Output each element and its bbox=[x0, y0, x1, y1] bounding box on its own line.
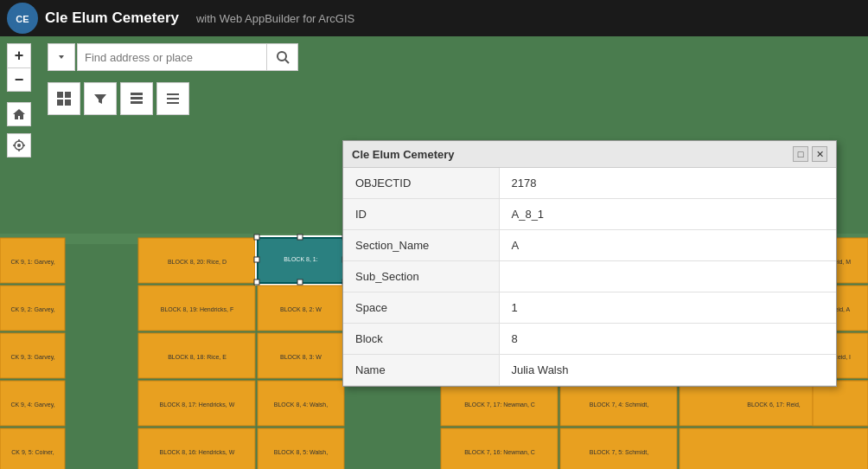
field-label: Section_Name bbox=[343, 230, 499, 261]
table-button[interactable] bbox=[120, 82, 153, 115]
svg-rect-29 bbox=[254, 234, 259, 240]
app-title: Cle Elum Cemetery bbox=[45, 10, 179, 27]
svg-rect-76 bbox=[131, 101, 143, 104]
field-value: 1 bbox=[499, 292, 836, 324]
app-subtitle: with Web AppBuilder for ArcGIS bbox=[196, 12, 354, 25]
app-logo: CE bbox=[7, 3, 38, 34]
table-row: IDA_8_1 bbox=[343, 199, 836, 230]
locate-button[interactable] bbox=[7, 133, 31, 157]
dropdown-button[interactable] bbox=[48, 43, 75, 71]
field-value: 8 bbox=[499, 324, 836, 355]
maximize-button[interactable]: □ bbox=[793, 146, 808, 162]
svg-text:BLOCK 8, 17: Hendricks, W: BLOCK 8, 17: Hendricks, W bbox=[160, 402, 235, 408]
svg-rect-72 bbox=[57, 100, 63, 106]
field-label: Sub_Section bbox=[343, 261, 499, 292]
svg-text:BLOCK 8, 2: W: BLOCK 8, 2: W bbox=[280, 306, 322, 312]
zoom-in-button[interactable]: + bbox=[7, 43, 31, 67]
svg-rect-35 bbox=[254, 257, 259, 262]
field-value bbox=[499, 261, 836, 292]
svg-text:BLOCK 8, 1:: BLOCK 8, 1: bbox=[284, 256, 317, 262]
close-button[interactable]: ✕ bbox=[812, 146, 827, 162]
field-value: A bbox=[499, 230, 836, 261]
field-label: ID bbox=[343, 199, 499, 230]
svg-text:BLOCK 7, 5: Schmidt,: BLOCK 7, 5: Schmidt, bbox=[590, 449, 649, 455]
svg-rect-77 bbox=[167, 93, 179, 95]
svg-rect-33 bbox=[297, 234, 303, 240]
svg-rect-78 bbox=[167, 98, 179, 100]
svg-text:BLOCK 7, 17: Newman, C: BLOCK 7, 17: Newman, C bbox=[464, 402, 535, 408]
svg-rect-70 bbox=[57, 92, 63, 98]
field-value: A_8_1 bbox=[499, 199, 836, 230]
svg-rect-73 bbox=[65, 100, 71, 106]
table-row: Block8 bbox=[343, 324, 836, 355]
field-label: Name bbox=[343, 355, 499, 386]
table-row: NameJulia Walsh bbox=[343, 355, 836, 386]
svg-rect-34 bbox=[297, 279, 303, 285]
svg-text:BLOCK 8, 16: Hendricks, W: BLOCK 8, 16: Hendricks, W bbox=[160, 449, 235, 455]
svg-text:CE: CE bbox=[16, 14, 29, 24]
list-button[interactable] bbox=[156, 82, 189, 115]
svg-point-68 bbox=[278, 52, 286, 61]
svg-text:CK 9, 5: Coiner,: CK 9, 5: Coiner, bbox=[11, 449, 54, 455]
svg-text:BLOCK 7, 16: Newman, C: BLOCK 7, 16: Newman, C bbox=[464, 449, 535, 455]
svg-rect-74 bbox=[131, 93, 143, 95]
svg-text:CK 9, 2: Garvey,: CK 9, 2: Garvey, bbox=[10, 306, 54, 313]
table-row: Section_NameA bbox=[343, 230, 836, 261]
svg-rect-71 bbox=[65, 92, 71, 98]
home-button[interactable] bbox=[7, 102, 31, 126]
field-label: Space bbox=[343, 292, 499, 324]
svg-text:BLOCK 6, 17: Reid,: BLOCK 6, 17: Reid, bbox=[747, 402, 801, 408]
zoom-out-button[interactable]: − bbox=[7, 67, 31, 92]
svg-text:BLOCK 8, 19: Hendricks, F: BLOCK 8, 19: Hendricks, F bbox=[161, 306, 233, 312]
search-input[interactable] bbox=[77, 43, 267, 71]
svg-rect-28 bbox=[813, 381, 868, 426]
svg-text:CK 9, 1: Garvey,: CK 9, 1: Garvey, bbox=[10, 259, 54, 266]
svg-rect-75 bbox=[131, 97, 143, 100]
svg-text:BLOCK 8, 4: Walsh,: BLOCK 8, 4: Walsh, bbox=[274, 402, 328, 408]
table-row: Space1 bbox=[343, 292, 836, 324]
svg-text:BLOCK 7, 4: Schmidt,: BLOCK 7, 4: Schmidt, bbox=[590, 402, 649, 408]
svg-text:CK 9, 3: Garvey,: CK 9, 3: Garvey, bbox=[10, 354, 54, 361]
grid-button[interactable] bbox=[48, 82, 80, 115]
svg-text:BLOCK 8, 5: Walsh,: BLOCK 8, 5: Walsh, bbox=[274, 449, 328, 455]
svg-text:BLOCK 8, 3: W: BLOCK 8, 3: W bbox=[280, 354, 322, 360]
svg-line-69 bbox=[285, 60, 289, 63]
feature-popup: Cle Elum Cemetery □ ✕ OBJECTID2178IDA_8_… bbox=[342, 140, 837, 387]
search-button[interactable] bbox=[267, 43, 298, 71]
field-value: 2178 bbox=[499, 168, 836, 199]
svg-text:BLOCK 8, 20: Rice, D: BLOCK 8, 20: Rice, D bbox=[168, 259, 227, 265]
popup-table: OBJECTID2178IDA_8_1Section_NameASub_Sect… bbox=[343, 168, 836, 386]
svg-text:BLOCK 8, 18: Rice, E: BLOCK 8, 18: Rice, E bbox=[168, 354, 227, 360]
table-row: Sub_Section bbox=[343, 261, 836, 292]
svg-rect-24 bbox=[680, 428, 868, 469]
popup-title: Cle Elum Cemetery bbox=[352, 148, 455, 161]
svg-rect-31 bbox=[254, 279, 259, 285]
filter-button[interactable] bbox=[84, 82, 117, 115]
svg-rect-79 bbox=[167, 102, 179, 104]
field-label: OBJECTID bbox=[343, 168, 499, 199]
table-row: OBJECTID2178 bbox=[343, 168, 836, 199]
field-value: Julia Walsh bbox=[499, 355, 836, 386]
svg-point-63 bbox=[17, 144, 21, 147]
field-label: Block bbox=[343, 324, 499, 355]
svg-text:CK 9, 4: Garvey,: CK 9, 4: Garvey, bbox=[10, 402, 54, 408]
